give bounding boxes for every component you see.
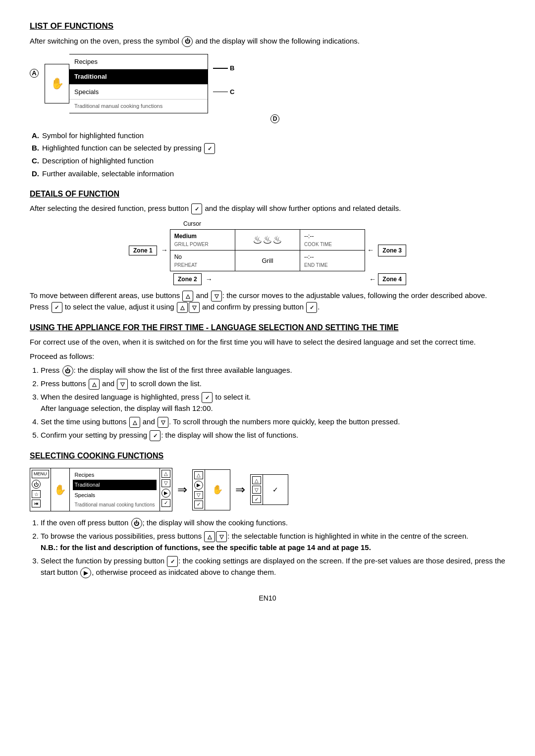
grill-power-label: GRILL POWER [174, 241, 231, 248]
icon-btns: ⏻ ☆ ⏮ [32, 480, 49, 507]
confirm-btn-step5: ✓ [150, 430, 160, 441]
step-2: Press buttons △ and ▽ to scroll down the… [41, 378, 505, 390]
screen1-content: Recipes Traditional Specials Traditional… [70, 468, 160, 511]
grill-power-value: Medium [174, 232, 231, 241]
screen2-left-btns: △ ▶ ▽ ✓ [193, 470, 205, 510]
grill-text-cell: Grill [235, 251, 300, 271]
selecting-step-3: Select the function by pressing button ✓… [41, 555, 505, 578]
rewind-btn: ⏮ [32, 500, 41, 507]
screen1-unit: MENU ⏻ ☆ ⏮ ✋ Recipes Traditional Special… [30, 468, 172, 512]
screen3-content: ✓ [263, 475, 288, 504]
screen2-icon: ✋ [212, 483, 223, 497]
diagram-row: ✋ Recipes Traditional Specials Tradition… [45, 54, 505, 113]
page-number: EN10 [30, 593, 505, 604]
step-1: Press ⏻: the display will show the list … [41, 365, 505, 376]
up-btn-icon: △ [182, 291, 193, 302]
screen2-content: ✋ [205, 470, 230, 510]
detail-top-row: Medium GRILL POWER ♨♨♨ --:-- COOK TIME [170, 230, 365, 251]
display-diagram: A ✋ Recipes Traditional Specials Traditi… [30, 54, 505, 123]
up-btn-sel: △ [204, 531, 215, 542]
zone2-box: Zone 2 [173, 273, 202, 285]
down-btn-sel: ▽ [216, 531, 227, 542]
details-of-function-section: DETAILS OF FUNCTION After selecting the … [30, 188, 505, 313]
step-3: When the desired language is highlighted… [41, 392, 505, 414]
check-btn-s3: ✓ [252, 495, 261, 503]
star-btn: ☆ [32, 490, 41, 498]
up-btn-step4: △ [129, 417, 140, 428]
first-time-steps: Press ⏻: the display will show the list … [30, 365, 505, 441]
screen3-icon: ✓ [272, 485, 278, 495]
end-time-value: --:-- [304, 252, 361, 261]
b-arrow-line [213, 68, 228, 69]
label-b: B [230, 63, 234, 73]
recipes-row: Recipes [69, 54, 208, 70]
hand-icon-s1: ✋ [51, 468, 70, 511]
zone1-arrow: → [161, 245, 168, 255]
details-intro: After selecting the desired function, pr… [30, 203, 505, 214]
display-box: Recipes Traditional Specials Traditional… [69, 54, 208, 113]
zone1-label: Zone 1 [129, 245, 157, 256]
menu-btn: MENU [32, 470, 49, 479]
label-a: A [30, 69, 39, 78]
selecting-step-1: If the oven off press button ⏻; the disp… [41, 517, 505, 529]
movement-text: To move between different areas, use but… [30, 290, 505, 313]
s1-traditional: Traditional [73, 480, 157, 490]
c-arrow-line [213, 92, 228, 93]
zone3-arrow: ← [367, 245, 374, 255]
up-btn2-icon: △ [177, 302, 188, 313]
proceed-text: Proceed as follows: [30, 351, 505, 362]
list-of-functions-intro: After switching on the oven, press the s… [30, 36, 505, 47]
zone4-box: Zone 4 [378, 273, 406, 285]
step-4: Set the time using buttons △ and ▽. To s… [41, 416, 505, 428]
down-btn-step4: ▽ [158, 417, 168, 428]
check-btn-s1: ✓ [161, 499, 170, 507]
first-time-heading: USING THE APPLIANCE FOR THE FIRST TIME -… [30, 322, 505, 334]
label-a-item: A.Symbol for highlighted function [30, 130, 505, 142]
confirm-btn2-icon: ✓ [52, 302, 62, 313]
zone2-arrow: → [206, 274, 213, 285]
cook-time-cell: --:-- COOK TIME [300, 230, 365, 250]
check-btn-icon: ✓ [204, 143, 215, 154]
label-c-item: C.Description of highlighted function [30, 155, 505, 167]
preheat-value: No [174, 252, 231, 261]
cook-time-label: COOK TIME [304, 241, 361, 248]
c-label-row: C [213, 87, 234, 97]
hand-icon: ✋ [45, 64, 69, 103]
screen3-unit: △ ▽ ✓ ✓ [250, 474, 288, 505]
confirm-btn-sel: ✓ [167, 556, 178, 567]
label-b-item: B.Highlighted function can be selected b… [30, 143, 505, 154]
check-btn-s2: ✓ [194, 501, 203, 508]
step-5: Confirm your setting by pressing ✓: the … [41, 430, 505, 441]
screen3-left-btns: △ ▽ ✓ [251, 475, 263, 504]
label-d-item: D.Further available, selectable informat… [30, 168, 505, 180]
zone4-arrow: ← [369, 274, 376, 285]
grill-power-cell: Medium GRILL POWER [170, 230, 235, 250]
right-buttons-s1: △ ▽ ▶ ✓ [160, 468, 172, 511]
grill-text: Grill [262, 256, 273, 266]
selecting-steps: If the oven off press button ⏻; the disp… [30, 517, 505, 578]
detail-bottom-row: No PREHEAT Grill --:-- END TIME [170, 251, 365, 271]
first-time-section: USING THE APPLIANCE FOR THE FIRST TIME -… [30, 322, 505, 441]
screen2-unit: △ ▶ ▽ ✓ ✋ [192, 469, 230, 510]
confirm-btn-icon: ✓ [191, 203, 202, 214]
left-buttons: MENU ⏻ ☆ ⏮ [30, 468, 51, 511]
grill-heat-icon: ♨♨♨ [253, 235, 282, 246]
details-heading: DETAILS OF FUNCTION [30, 188, 505, 200]
list-of-functions-section: LIST OF FUNCTIONS After switching on the… [30, 20, 505, 179]
selecting-section: SELECTING COOKING FUNCTIONS MENU ⏻ ☆ ⏮ ✋… [30, 450, 505, 578]
play-btn-sel: ▶ [80, 567, 91, 578]
arrow-symbol-2: ⇒ [235, 481, 245, 499]
nb-text: N.B.: for the list and description of fu… [41, 543, 371, 552]
specials-row: Specials [69, 85, 208, 100]
play-btn-s1: ▶ [161, 489, 170, 498]
selecting-step-2: To browse the various possibilities, pre… [41, 531, 505, 554]
list-of-functions-heading: LIST OF FUNCTIONS [30, 20, 505, 33]
first-time-intro: For correct use of the oven, when it is … [30, 337, 505, 348]
detail-diagram-wrapper: Cursor Zone 1 → Medium GRILL POWER ♨♨♨ -… [129, 219, 406, 285]
up-btn-step2: △ [89, 379, 100, 390]
hand-symbol: ✋ [54, 482, 66, 497]
preheat-cell: No PREHEAT [170, 251, 235, 271]
cooking-screens-container: MENU ⏻ ☆ ⏮ ✋ Recipes Traditional Special… [30, 468, 505, 512]
b-label-row: B [213, 63, 234, 73]
label-c: C [230, 87, 234, 97]
